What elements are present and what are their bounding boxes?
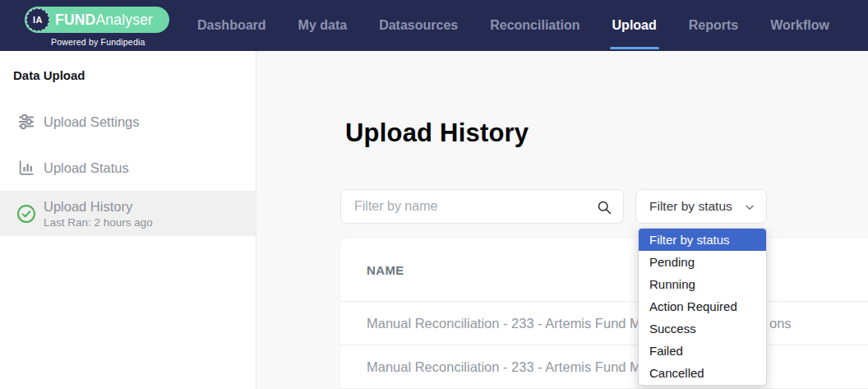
brand-ia-icon: IA [26,8,49,31]
brand-abbr: IA [33,15,43,25]
filter-by-name-input[interactable] [341,190,623,223]
sidebar: Data Upload Upload Settings [0,51,256,389]
sidebar-item-label: Upload Status [44,160,129,176]
sidebar-item-label: Upload History [44,199,153,215]
table-header-row: NAME [340,238,868,302]
status-filter-dropdown-menu: Filter by status Pending Running Action … [638,228,767,386]
nav-item-reconciliation[interactable]: Reconciliation [490,0,579,51]
sliders-icon [16,112,36,132]
column-header-name: NAME [367,263,404,277]
sidebar-item-upload-history[interactable]: Upload History Last Ran: 2 hours ago [0,191,256,236]
status-option-pending[interactable]: Pending [639,251,766,273]
nav-item-reports[interactable]: Reports [689,0,738,51]
brand-tagline: Powered by Fundipedia [51,37,169,47]
brand-logo[interactable]: IA FUNDAnalyser Powered by Fundipedia [25,7,169,47]
search-icon [596,199,612,219]
filter-by-status-select[interactable]: Filter by status [635,189,767,224]
table-row[interactable]: Manual Reconciliation - 233 - Artemis Fu… [340,345,868,389]
sidebar-item-label: Upload Settings [44,114,140,130]
status-option-running[interactable]: Running [639,273,766,295]
nav-item-datasources[interactable]: Datasources [379,0,458,51]
sidebar-item-upload-settings[interactable]: Upload Settings [0,104,256,140]
nav-item-upload[interactable]: Upload [612,0,657,51]
brand-name: FUNDAnalyser [55,12,153,29]
filter-by-name-field [340,189,624,224]
chevron-down-icon [743,201,756,217]
nav-item-dashboard[interactable]: Dashboard [197,0,266,51]
primary-nav: Dashboard My data Datasources Reconcilia… [197,0,829,51]
status-option-failed[interactable]: Failed [639,340,766,362]
brand-pill: IA FUNDAnalyser [25,7,169,33]
sidebar-item-last-ran: Last Ran: 2 hours ago [44,216,153,229]
status-option-cancelled[interactable]: Cancelled [639,362,766,384]
row-name: Manual Reconciliation - 233 - Artemis Fu… [367,359,649,375]
app-window: IA FUNDAnalyser Powered by Fundipedia Da… [0,0,868,389]
sidebar-heading: Data Upload [13,68,85,82]
status-option-success[interactable]: Success [639,317,766,340]
bar-chart-icon [16,158,36,178]
row-name: Manual Reconciliation - 233 - Artemis Fu… [367,316,649,331]
status-option-filter-by-status[interactable]: Filter by status [639,229,766,251]
nav-item-workflow[interactable]: Workflow [770,0,829,51]
upload-history-table: NAME Manual Reconciliation - 233 - Artem… [340,238,868,389]
filter-by-status-label: Filter by status [649,199,732,214]
sidebar-item-upload-status[interactable]: Upload Status [0,150,256,186]
check-circle-icon [16,204,36,224]
nav-item-my-data[interactable]: My data [298,0,348,51]
top-nav: IA FUNDAnalyser Powered by Fundipedia Da… [0,0,868,51]
page-title: Upload History [345,118,529,148]
row-name-overflow-fragment: ons [769,302,792,345]
status-option-action-required[interactable]: Action Required [639,295,766,317]
